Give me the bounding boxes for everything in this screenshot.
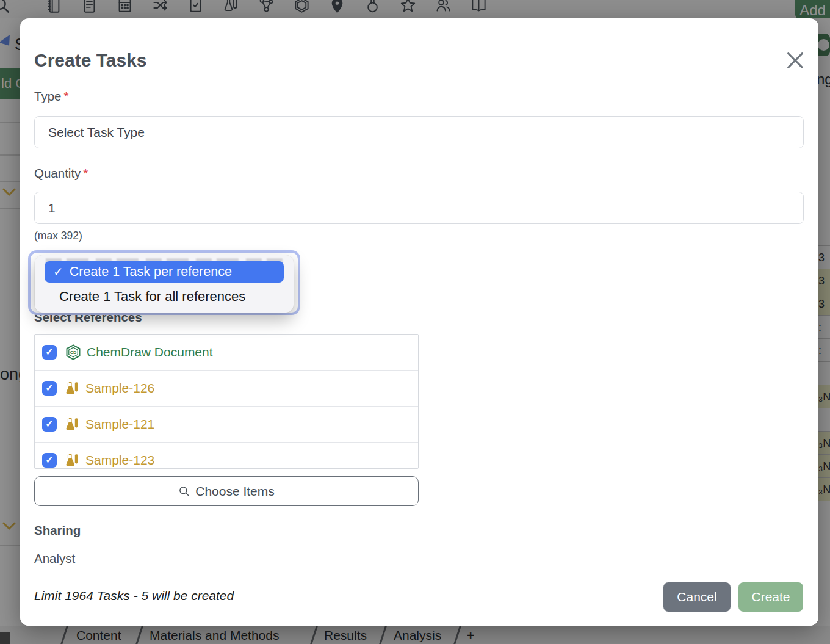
reference-label: ChemDraw Document <box>87 345 213 360</box>
checkbox-checked[interactable]: ✓ <box>42 381 57 396</box>
create-button[interactable]: Create <box>738 582 803 612</box>
sample-flask-icon <box>65 380 81 396</box>
sharing-heading: Sharing <box>34 523 81 538</box>
dropdown-option[interactable]: Create 1 Task for all references <box>35 286 294 308</box>
checkbox-checked[interactable]: ✓ <box>42 453 57 468</box>
limit-status-text: Limit 1964 Tasks - 5 will be created <box>34 588 234 603</box>
check-icon: ✓ <box>53 261 63 283</box>
reference-label: Sample-123 <box>85 453 154 468</box>
reference-row-chemdraw[interactable]: ✓ CD ChemDraw Document <box>35 335 418 371</box>
close-button[interactable] <box>784 50 806 72</box>
modal-footer: Limit 1964 Tasks - 5 will be created Can… <box>20 568 818 626</box>
header-divider <box>20 71 818 71</box>
quantity-max-hint: (max 392) <box>34 230 82 242</box>
checkbox-checked[interactable]: ✓ <box>42 345 57 360</box>
required-marker: * <box>63 89 68 103</box>
sample-flask-icon <box>65 452 81 468</box>
chemdraw-document-icon: CD <box>65 344 82 361</box>
reference-label: Sample-121 <box>85 417 154 432</box>
sample-flask-icon <box>65 416 81 432</box>
create-tasks-modal: Create Tasks Type* Quantity* (max 392) S… <box>20 18 818 626</box>
reference-label: Sample-126 <box>85 381 154 396</box>
quantity-input[interactable] <box>34 192 804 224</box>
cancel-button[interactable]: Cancel <box>663 582 731 612</box>
modal-title: Create Tasks <box>34 50 147 71</box>
dropdown-option-selected[interactable]: ✓Create 1 Task per reference <box>45 261 284 283</box>
reference-row-sample[interactable]: ✓ Sample-121 <box>35 407 418 443</box>
reference-row-sample[interactable]: ✓ Sample-123 <box>35 443 418 469</box>
task-mode-dropdown-popup: ✓Create 1 Task per reference Create 1 Ta… <box>35 255 294 313</box>
search-icon <box>178 485 190 497</box>
references-list: ✓ CD ChemDraw Document ✓ Sample-126 ✓ <box>34 334 419 469</box>
svg-text:CD: CD <box>70 350 76 355</box>
quantity-label: Quantity* <box>34 166 88 181</box>
reference-row-sample[interactable]: ✓ Sample-126 <box>35 371 418 407</box>
type-label: Type* <box>34 89 68 104</box>
choose-items-button[interactable]: Choose Items <box>34 476 419 506</box>
analyst-label: Analyst <box>34 551 75 566</box>
task-type-select[interactable] <box>34 116 804 148</box>
checkbox-checked[interactable]: ✓ <box>42 417 57 432</box>
required-marker: * <box>83 166 88 180</box>
close-icon <box>785 50 806 71</box>
screen: Add S ld C ong ng 3 3 3 : : ₃N ₃N ₃N ₃N <box>0 0 830 644</box>
